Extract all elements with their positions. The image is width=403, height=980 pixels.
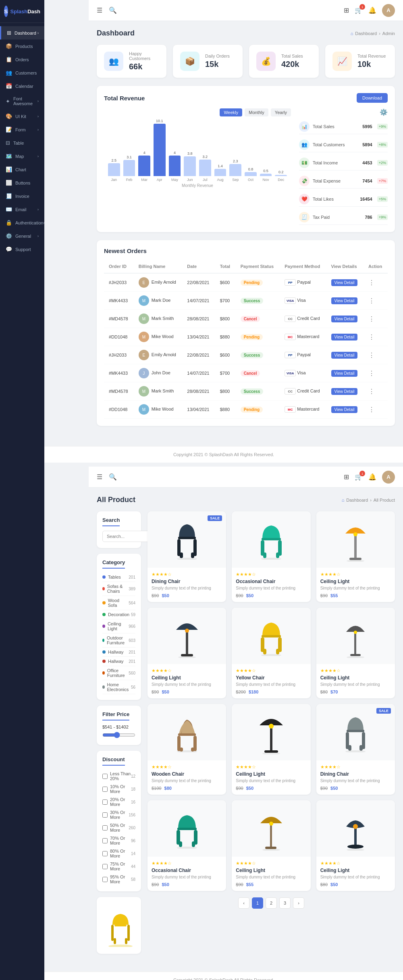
category-item[interactable]: Hallway 201: [102, 657, 135, 666]
sidebar-item-dashboard[interactable]: ⊞ Dashboard ›: [0, 26, 44, 39]
product-card[interactable]: ★★★★☆ Wooden Chair Simply dummy text of …: [147, 704, 226, 795]
next-page-button[interactable]: ›: [293, 897, 304, 909]
tab-yearly[interactable]: Yearly: [271, 108, 291, 116]
product-info: ★★★★☆ Ceiling Light Simply dummy text of…: [316, 857, 395, 891]
sidebar-item-calendar[interactable]: 📅 Calendar: [0, 79, 44, 93]
product-description: Simply dummy text of the printing: [152, 874, 222, 880]
discount-checkbox[interactable]: [102, 774, 108, 779]
product-card[interactable]: ★★★★☆ Ceiling Light Simply dummy text of…: [232, 704, 310, 795]
prev-page-button[interactable]: ‹: [238, 897, 249, 909]
discount-item[interactable]: Less Than 20% 12: [102, 770, 135, 783]
view-detail-button[interactable]: View Detail: [331, 297, 358, 304]
sidebar-item-support[interactable]: 💬 Support: [0, 243, 44, 256]
view-detail-button[interactable]: View Detail: [331, 279, 358, 286]
discount-item[interactable]: 70% Or More 96: [102, 834, 135, 847]
sidebar-item-chart[interactable]: 📊 Chart: [0, 163, 44, 176]
action-menu-icon[interactable]: ⋮: [368, 406, 375, 413]
category-item[interactable]: Wood Sofa 564: [102, 596, 135, 610]
category-item[interactable]: Office Furniture 560: [102, 666, 135, 680]
discount-checkbox[interactable]: [102, 812, 108, 818]
bell-icon[interactable]: 🔔: [368, 6, 376, 14]
product-card[interactable]: ★★★★☆ Ceiling Light Simply dummy text of…: [316, 608, 395, 698]
download-button[interactable]: Download: [357, 93, 388, 103]
cell-billing-name: JJohn Doe: [134, 364, 183, 382]
search-icon-products[interactable]: 🔍: [109, 473, 117, 481]
product-card[interactable]: SALE ★★★★☆ Dining Chair Simply dummy tex…: [147, 511, 226, 602]
price-range-slider[interactable]: [102, 732, 135, 738]
product-card[interactable]: ★★★★☆ Ceiling Light Simply dummy text of…: [147, 608, 226, 698]
sidebar-item-form[interactable]: 📝 Form ›: [0, 123, 44, 136]
page-btn-1[interactable]: 1: [252, 897, 263, 909]
product-card[interactable]: ★★★★☆ Ceiling Light Simply dummy text of…: [232, 800, 310, 891]
menu-icon-products[interactable]: ☰: [97, 473, 102, 481]
discount-checkbox[interactable]: [102, 799, 108, 805]
discount-checkbox[interactable]: [102, 877, 108, 882]
view-detail-button[interactable]: View Detail: [331, 370, 358, 377]
sidebar-item-invoice[interactable]: 🧾 Invoice: [0, 189, 44, 203]
action-menu-icon[interactable]: ⋮: [368, 279, 375, 286]
view-detail-button[interactable]: View Detail: [331, 352, 358, 359]
sidebar-item-buttons[interactable]: ⬜ Buttons: [0, 176, 44, 189]
product-card[interactable]: ★★★★☆ Ceiling Light Simply dummy text of…: [316, 511, 395, 602]
sidebar-item-table[interactable]: ⊟ Table: [0, 136, 44, 149]
search-icon[interactable]: 🔍: [109, 6, 117, 14]
category-item[interactable]: Tables 201: [102, 573, 135, 582]
sidebar-item-auth[interactable]: 🔒 Authentication ›: [0, 216, 44, 229]
tab-weekly[interactable]: Weekly: [220, 108, 242, 116]
bell-icon-products[interactable]: 🔔: [368, 473, 376, 481]
action-menu-icon[interactable]: ⋮: [368, 352, 375, 359]
discount-checkbox[interactable]: [102, 851, 108, 856]
discount-item[interactable]: 80% Or More 14: [102, 847, 135, 860]
view-detail-button[interactable]: View Detail: [331, 388, 358, 395]
category-item[interactable]: Sofas & Chairs 389: [102, 582, 135, 596]
action-menu-icon[interactable]: ⋮: [368, 316, 375, 322]
discount-item[interactable]: 75% Or More 44: [102, 860, 135, 873]
product-card[interactable]: ★★★★☆ Occasional Chair Simply dummy text…: [147, 800, 226, 891]
discount-item[interactable]: 20% Or More 16: [102, 795, 135, 808]
view-detail-button[interactable]: View Detail: [331, 334, 358, 341]
user-avatar-products[interactable]: A: [382, 471, 395, 484]
view-detail-button[interactable]: View Detail: [331, 406, 358, 413]
category-item[interactable]: Hallway 201: [102, 648, 135, 657]
discount-checkbox[interactable]: [102, 787, 108, 792]
sidebar-item-email[interactable]: ✉️ Email ›: [0, 203, 44, 216]
sidebar-item-fontawesome[interactable]: ✦ Font Awesome ›: [0, 93, 44, 110]
sidebar-item-map[interactable]: 🗺️ Map ›: [0, 149, 44, 163]
sidebar-item-products[interactable]: 📦 Products: [0, 39, 44, 53]
tab-monthly[interactable]: Monthly: [245, 108, 268, 116]
product-card[interactable]: ★★★★☆ Ceiling Light Simply dummy text of…: [316, 800, 395, 891]
category-item[interactable]: Outdoor Furniture 603: [102, 633, 135, 648]
grid-icon[interactable]: ⊞: [344, 6, 349, 14]
product-card[interactable]: ★★★★☆ Occasional Chair Simply dummy text…: [232, 511, 310, 602]
sidebar-item-uikit[interactable]: 🎨 UI Kit ›: [0, 110, 44, 123]
category-item[interactable]: Home Electronics 56: [102, 680, 135, 694]
category-item[interactable]: Ceiling Light 966: [102, 619, 135, 633]
discount-checkbox[interactable]: [102, 864, 108, 869]
discount-checkbox[interactable]: [102, 838, 108, 843]
product-card[interactable]: ★★★★☆ Yellow Chair Simply dummy text of …: [232, 608, 310, 698]
product-card[interactable]: SALE ★★★★☆ Dining Chair Simply dummy tex…: [316, 704, 395, 795]
product-name: Ceiling Light: [320, 675, 391, 681]
discount-item[interactable]: 10% Or More 18: [102, 783, 135, 795]
sidebar-item-general[interactable]: ⚙️ General ›: [0, 229, 44, 243]
action-menu-icon[interactable]: ⋮: [368, 334, 375, 341]
page-btn-2[interactable]: 2: [266, 897, 277, 909]
action-menu-icon[interactable]: ⋮: [368, 297, 375, 304]
discount-item[interactable]: 30% Or More 156: [102, 808, 135, 821]
discount-item[interactable]: 95% Or More 58: [102, 873, 135, 886]
sidebar-item-orders[interactable]: 📋 Orders: [0, 53, 44, 66]
cart-icon-products[interactable]: 🛒1: [355, 473, 363, 481]
menu-icon[interactable]: ☰: [97, 6, 102, 14]
sidebar-item-customers[interactable]: 👥 Customers: [0, 66, 44, 79]
page-btn-3[interactable]: 3: [279, 897, 291, 909]
view-detail-button[interactable]: View Detail: [331, 316, 358, 322]
category-item[interactable]: Decoration 59: [102, 610, 135, 619]
discount-checkbox[interactable]: [102, 825, 108, 831]
user-avatar[interactable]: A: [382, 4, 395, 17]
discount-item[interactable]: 50% Or More 260: [102, 821, 135, 834]
action-menu-icon[interactable]: ⋮: [368, 388, 375, 395]
settings-icon[interactable]: ⚙️: [380, 109, 388, 116]
cart-icon[interactable]: 🛒1: [355, 6, 363, 14]
action-menu-icon[interactable]: ⋮: [368, 370, 375, 377]
grid-icon-products[interactable]: ⊞: [344, 473, 349, 481]
